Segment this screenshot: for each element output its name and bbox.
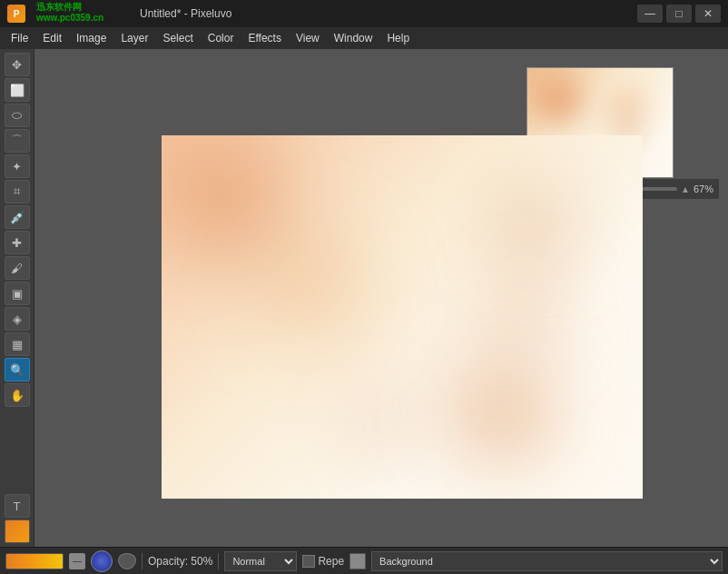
zoom-tool[interactable]: 🔍 xyxy=(5,358,30,381)
bottom-bar: — Opacity: 50% Normal Dissolve Multiply … xyxy=(0,547,728,574)
menu-window[interactable]: Window xyxy=(327,30,380,46)
close-button[interactable]: ✕ xyxy=(695,5,721,23)
title-controls: — □ ✕ xyxy=(637,5,721,23)
canvas-blob-3 xyxy=(479,172,588,281)
menu-file[interactable]: File xyxy=(4,30,35,46)
brush-dash-icon: — xyxy=(69,553,85,569)
eraser-tool[interactable]: ▣ xyxy=(5,282,30,305)
watermark-line2: www.pc0359.cn xyxy=(36,13,103,24)
app-icon: P xyxy=(7,5,25,23)
move-tool[interactable]: ✥ xyxy=(5,53,30,76)
foreground-color[interactable] xyxy=(5,520,30,543)
repe-label: Repe xyxy=(318,555,344,568)
rect-select-tool[interactable]: ⬜ xyxy=(5,78,30,102)
text-tool[interactable]: T xyxy=(5,494,30,518)
maximize-button[interactable]: □ xyxy=(666,5,692,23)
repe-checkbox[interactable] xyxy=(302,555,315,568)
title-left: P 迅东软件网 www.pc0359.cn Untitled* - Pixelu… xyxy=(7,5,231,23)
canvas-content xyxy=(162,135,643,499)
thumb-blob-1 xyxy=(526,67,595,136)
brush-shape-sphere[interactable] xyxy=(91,550,113,572)
menu-bar: File Edit Image Layer Select Color Effec… xyxy=(0,27,728,49)
ellipse-select-tool[interactable]: ⬭ xyxy=(5,104,30,127)
clone-tool[interactable]: ◈ xyxy=(5,307,30,331)
canvas-area: ▲ ▲ 67% xyxy=(34,49,728,547)
canvas-blob-5 xyxy=(434,344,570,480)
menu-layer[interactable]: Layer xyxy=(113,30,155,46)
left-toolbar: ✥ ⬜ ⬭ ⌒ ✦ ⌗ 💉 ✚ 🖌 ▣ ◈ ▦ 🔍 ✋ T xyxy=(0,49,34,547)
menu-color[interactable]: Color xyxy=(201,30,241,46)
watermark: 迅东软件网 www.pc0359.cn xyxy=(36,2,103,24)
canvas-blob-2 xyxy=(234,208,398,371)
gradient-tool[interactable]: ▦ xyxy=(5,332,30,356)
watermark-line1: 迅东软件网 xyxy=(36,2,103,13)
canvas-blob-6 xyxy=(343,390,416,462)
pan-tool[interactable]: ✋ xyxy=(5,383,30,407)
separator-2 xyxy=(218,553,219,569)
heal-tool[interactable]: ✚ xyxy=(5,231,30,254)
layer-select[interactable]: Background xyxy=(371,551,723,571)
title-bar: P 迅东软件网 www.pc0359.cn Untitled* - Pixelu… xyxy=(0,0,728,27)
crop-tool[interactable]: ⌗ xyxy=(5,180,30,203)
layer-color-swatch xyxy=(349,553,366,569)
title-text: Untitled* - Pixeluvo xyxy=(140,7,231,20)
minimize-button[interactable]: — xyxy=(637,5,663,23)
zoom-max-icon: ▲ xyxy=(681,184,690,194)
repe-check: Repe xyxy=(302,555,344,568)
menu-view[interactable]: View xyxy=(289,30,327,46)
menu-edit[interactable]: Edit xyxy=(35,30,69,46)
main-canvas[interactable] xyxy=(162,135,643,499)
lasso-tool[interactable]: ⌒ xyxy=(5,129,30,153)
menu-effects[interactable]: Effects xyxy=(241,30,288,46)
eyedropper-tool[interactable]: 💉 xyxy=(5,205,30,229)
brush-tool[interactable]: 🖌 xyxy=(5,256,30,280)
separator-1 xyxy=(142,553,143,569)
menu-select[interactable]: Select xyxy=(155,30,200,46)
menu-help[interactable]: Help xyxy=(379,30,417,46)
gradient-swatch[interactable] xyxy=(5,553,64,569)
opacity-label: Opacity: 50% xyxy=(148,555,212,568)
magic-wand-tool[interactable]: ✦ xyxy=(5,154,30,178)
brush-mode-crescent[interactable] xyxy=(118,553,136,569)
zoom-percentage: 67% xyxy=(694,183,713,194)
menu-image[interactable]: Image xyxy=(69,30,113,46)
app-icon-letter: P xyxy=(14,9,20,19)
blend-mode-select[interactable]: Normal Dissolve Multiply Screen Overlay xyxy=(224,551,297,571)
